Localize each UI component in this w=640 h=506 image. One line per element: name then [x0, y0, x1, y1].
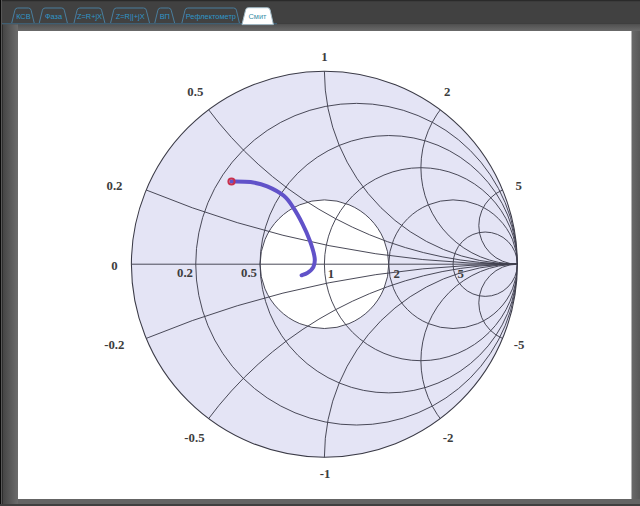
svg-text:0.2: 0.2	[107, 179, 123, 193]
svg-text:Z=R||+jX: Z=R||+jX	[116, 12, 145, 21]
svg-text:-0.5: -0.5	[184, 431, 204, 445]
svg-text:1: 1	[321, 50, 327, 64]
svg-text:-0.2: -0.2	[104, 338, 124, 352]
svg-text:-2: -2	[443, 431, 454, 445]
svg-text:Фаза: Фаза	[45, 12, 63, 21]
svg-text:КСВ: КСВ	[16, 12, 31, 21]
svg-text:0: 0	[111, 259, 117, 273]
svg-text:5: 5	[516, 179, 522, 193]
svg-text:Рефлектометр: Рефлектометр	[186, 12, 236, 21]
svg-text:-1: -1	[320, 467, 331, 481]
svg-text:0.2: 0.2	[177, 266, 193, 280]
svg-text:2: 2	[444, 85, 450, 99]
svg-text:ВП: ВП	[160, 12, 170, 21]
svg-text:0.5: 0.5	[187, 85, 203, 99]
svg-text:2: 2	[393, 267, 399, 281]
svg-text:1: 1	[328, 267, 334, 281]
svg-text:0.5: 0.5	[241, 266, 257, 280]
svg-text:-5: -5	[514, 338, 525, 352]
svg-text:Смит: Смит	[249, 12, 268, 21]
svg-text:5: 5	[457, 267, 463, 281]
svg-text:Z=R+jX: Z=R+jX	[77, 12, 102, 21]
